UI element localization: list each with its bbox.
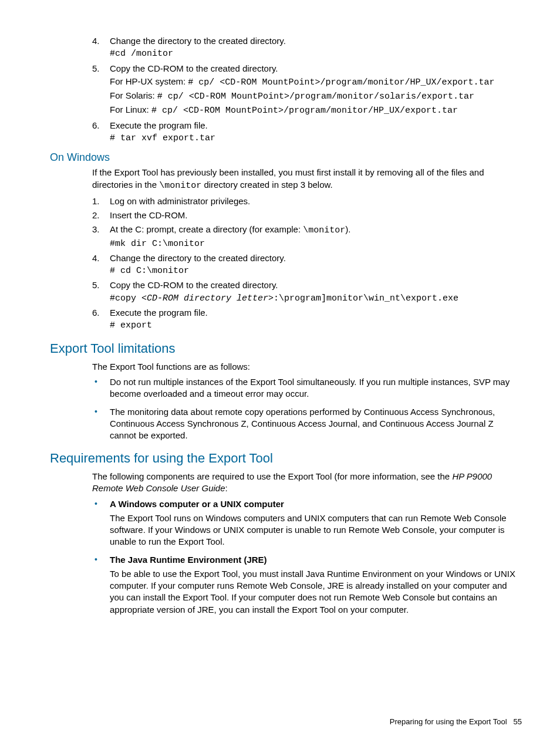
code: \monitor (303, 225, 345, 235)
requirements-intro: The following components are required to… (92, 471, 522, 495)
item-text: Log on with administrator privileges. (110, 196, 250, 206)
requirements-bullets: A Windows computer or a UNIX computer Th… (92, 498, 522, 616)
code-italic: <CD-ROM directory letter> (141, 293, 274, 303)
item-number: 3. (92, 224, 100, 235)
bullet-title: The Java Runtime Environment (JRE) (110, 554, 522, 566)
page-number: 55 (514, 717, 522, 726)
code-line: For HP-UX system: # cp/ <CD-ROM MountPoi… (110, 76, 522, 89)
code-line: #cd /monitor (110, 48, 522, 60)
list-item: 5. Copy the CD-ROM to the created direct… (92, 279, 522, 305)
item-text: Execute the program file. (110, 308, 208, 318)
code-line: #copy <CD-ROM directory letter>:\program… (110, 293, 522, 305)
heading-on-windows: On Windows (50, 150, 522, 164)
label: For Linux: (110, 104, 151, 114)
windows-ordered-list: 1. Log on with administrator privileges.… (92, 195, 522, 332)
list-item: 1. Log on with administrator privileges. (92, 195, 522, 207)
list-item: 6. Execute the program file. # tar xvf e… (92, 120, 522, 145)
code: \monitor (159, 181, 201, 191)
footer-text: Preparing for using the Export Tool (390, 717, 507, 726)
item-text: Execute the program file. (110, 120, 208, 130)
code-line: # cd C:\monitor (110, 265, 522, 277)
top-ordered-list: 4. Change the directory to the created d… (92, 35, 522, 144)
code: #copy (110, 293, 141, 303)
label: For HP-UX system: (110, 76, 188, 86)
list-item: 6. Execute the program file. # export (92, 307, 522, 332)
bullet-item: The monitoring data about remote copy op… (92, 406, 522, 442)
label: For Solaris: (110, 90, 157, 100)
code-line: For Solaris: # cp/ <CD-ROM MountPoint>/p… (110, 90, 522, 103)
item-number: 6. (92, 120, 100, 131)
text: : (225, 483, 228, 493)
heading-limitations: Export Tool limitations (50, 340, 522, 357)
code-line: For Linux: # cp/ <CD-ROM MountPoint>/pro… (110, 104, 522, 117)
list-item: 5. Copy the CD-ROM to the created direct… (92, 63, 522, 117)
limitations-bullets: Do not run multiple instances of the Exp… (92, 376, 522, 441)
bullet-title: A Windows computer or a UNIX computer (110, 498, 522, 510)
code: # cp/ <CD-ROM MountPoint>/program/monito… (188, 77, 494, 87)
item-number: 4. (92, 35, 100, 47)
code-line: # tar xvf export.tar (110, 133, 522, 144)
item-number: 4. (92, 252, 100, 264)
bullet-item: A Windows computer or a UNIX computer Th… (92, 498, 522, 548)
text: The following components are required to… (92, 471, 452, 481)
bullet-text: The Export Tool runs on Windows computer… (110, 512, 522, 548)
item-text: Copy the CD-ROM to the created directory… (110, 63, 278, 73)
item-number: 2. (92, 210, 100, 221)
text: ). (345, 224, 350, 234)
list-item: 2. Insert the CD-ROM. (92, 210, 522, 221)
text: At the C: prompt, create a directory (fo… (110, 224, 303, 234)
item-number: 6. (92, 307, 100, 319)
limitations-intro: The Export Tool functions are as follows… (92, 361, 522, 373)
list-item: 3. At the C: prompt, create a directory … (92, 224, 522, 250)
code: # cp/ <CD-ROM MountPoint>/program/monito… (157, 92, 474, 102)
bullet-item: Do not run multiple instances of the Exp… (92, 376, 522, 400)
code-line: # export (110, 320, 522, 332)
list-item: 4. Change the directory to the created d… (92, 35, 522, 60)
item-text: Insert the CD-ROM. (110, 210, 188, 220)
bullet-item: The Java Runtime Environment (JRE) To be… (92, 554, 522, 616)
text: directory created in step 3 below. (201, 180, 332, 190)
code-line: #mk dir C:\monitor (110, 238, 522, 250)
item-number: 1. (92, 195, 100, 207)
item-text: At the C: prompt, create a directory (fo… (110, 224, 350, 234)
item-text: Copy the CD-ROM to the created directory… (110, 280, 278, 290)
item-number: 5. (92, 63, 100, 75)
code: :\program]monitor\win_nt\export.exe (274, 293, 458, 303)
list-item: 4. Change the directory to the created d… (92, 252, 522, 278)
page-footer: Preparing for using the Export Tool 55 (390, 717, 522, 727)
item-text: Change the directory to the created dire… (110, 36, 286, 46)
bullet-text: To be able to use the Export Tool, you m… (110, 568, 522, 616)
item-number: 5. (92, 279, 100, 291)
windows-intro: If the Export Tool has previously been i… (92, 167, 522, 192)
code: # cp/ <CD-ROM MountPoint>/program/monito… (151, 106, 458, 116)
heading-requirements: Requirements for using the Export Tool (50, 450, 522, 467)
item-text: Change the directory to the created dire… (110, 253, 286, 263)
